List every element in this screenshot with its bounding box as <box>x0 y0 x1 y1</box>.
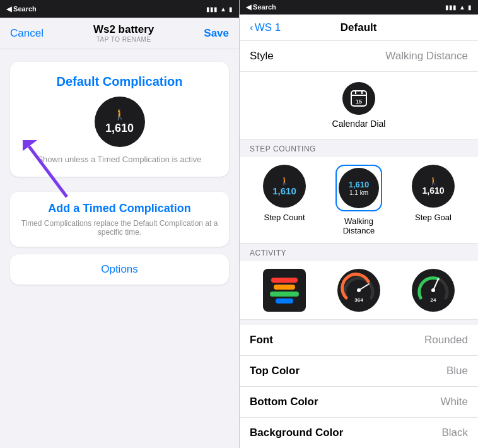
right-signal-icon: ▮▮▮ <box>445 4 457 11</box>
svg-point-13 <box>431 288 435 292</box>
complication-number: 1,610 <box>105 122 134 135</box>
svg-point-9 <box>357 288 361 292</box>
bottom-color-row[interactable]: Bottom Color White <box>240 387 478 418</box>
left-nav-subtitle: TAP TO RENAME <box>93 36 154 43</box>
timed-complication-title: Add a Timed Complication <box>48 202 191 215</box>
left-content: Default Complication 🚶 1,610 Shown unles… <box>0 49 239 448</box>
svg-text:24: 24 <box>431 297 436 303</box>
walking-distance-option[interactable]: 1,610 1.1 km WalkingDistance <box>324 165 393 235</box>
background-color-value: Black <box>441 427 468 439</box>
top-color-label: Top Color <box>250 365 300 377</box>
back-label: WS 1 <box>255 21 281 34</box>
activity-bars-circle <box>263 269 306 312</box>
bar-orange <box>274 285 295 290</box>
walking-number: 1,610 <box>349 180 370 189</box>
walking-selected-box: 1,610 1.1 km <box>335 165 382 211</box>
back-button[interactable]: ‹ WS 1 <box>250 21 281 34</box>
bar-blue <box>276 298 294 304</box>
step-goal-circle: 🚶 1,610 <box>412 165 455 208</box>
activity-options: 364 24 <box>240 261 478 320</box>
right-nav-title: Default <box>341 21 377 34</box>
left-status-icons: ▮▮▮ ▲ ▮ <box>206 6 233 13</box>
step-count-label: Step Count <box>264 213 305 222</box>
step-goal-number: 1,610 <box>422 186 444 196</box>
svg-text:15: 15 <box>356 98 362 105</box>
activity-gauge2-option[interactable]: 24 <box>399 269 468 312</box>
right-status-bar: ◀ Search ▮▮▮ ▲ ▮ <box>240 0 478 15</box>
left-nav-title: Ws2 battery <box>93 23 154 36</box>
step-goal-option[interactable]: 🚶 1,610 Step Goal <box>399 165 468 222</box>
step-count-circle: 🚶 1,610 <box>263 165 306 208</box>
left-panel: ◀ Search ▮▮▮ ▲ ▮ Cancel Ws2 battery TAP … <box>0 0 239 448</box>
svg-text:364: 364 <box>354 297 363 303</box>
right-battery-icon: ▮ <box>468 4 472 11</box>
walking-distance-circle: 1,610 1.1 km <box>339 168 379 208</box>
battery-icon: ▮ <box>229 6 233 13</box>
font-value: Rounded <box>424 334 468 346</box>
activity-header: ACTIVITY <box>240 244 478 261</box>
default-complication-title: Default Complication <box>56 74 182 89</box>
bottom-color-label: Bottom Color <box>250 396 318 408</box>
timed-complication-desc: Timed Complications replace the Default … <box>20 219 219 237</box>
options-label: Options <box>101 263 138 275</box>
settings-rows: Font Rounded Top Color Blue Bottom Color… <box>240 325 478 448</box>
font-row[interactable]: Font Rounded <box>240 325 478 356</box>
calendar-dial-section: 15 Calendar Dial <box>240 72 478 139</box>
left-title-group: Ws2 battery TAP TO RENAME <box>93 23 154 43</box>
activity-gauge2-circle: 24 <box>412 269 455 312</box>
wifi-icon: ▲ <box>220 6 226 13</box>
right-panel: ◀ Search ▮▮▮ ▲ ▮ ‹ WS 1 Default Style Wa… <box>239 0 478 448</box>
step-count-number: 1,610 <box>272 186 296 196</box>
bar-red <box>271 278 298 283</box>
right-wifi-icon: ▲ <box>459 4 465 11</box>
background-color-label: Background Color <box>250 427 343 439</box>
style-value: Walking Distance <box>385 50 468 62</box>
calendar-dial-circle: 15 <box>342 82 375 115</box>
calendar-dial-label: Calendar Dial <box>332 119 386 129</box>
bottom-color-value: White <box>441 396 468 408</box>
top-color-row[interactable]: Top Color Blue <box>240 356 478 387</box>
left-nav-bar: Cancel Ws2 battery TAP TO RENAME Save <box>0 18 239 49</box>
left-status-time: ◀ Search <box>6 5 37 13</box>
step-count-figure-icon: 🚶 <box>280 177 289 186</box>
right-nav-bar: ‹ WS 1 Default <box>240 15 478 41</box>
activity-gauge1-circle: 364 <box>337 269 380 312</box>
calendar-icon: 15 <box>349 89 368 108</box>
save-button[interactable]: Save <box>204 27 229 40</box>
step-count-option[interactable]: 🚶 1,610 Step Count <box>250 165 319 222</box>
activity-bars-option[interactable] <box>250 269 319 312</box>
left-status-bar: ◀ Search ▮▮▮ ▲ ▮ <box>0 0 239 18</box>
gauge1-svg: 364 <box>340 271 378 309</box>
purple-arrow-icon <box>23 140 73 203</box>
gauge2-svg: 24 <box>414 271 452 309</box>
step-goal-label: Step Goal <box>415 213 452 222</box>
walking-distance-label: WalkingDistance <box>343 216 375 235</box>
chevron-left-icon: ‹ <box>250 21 254 34</box>
activity-gauge1-option[interactable]: 364 <box>324 269 393 312</box>
step-goal-figure-icon: 🚶 <box>429 177 438 186</box>
font-label: Font <box>250 334 273 346</box>
signal-icon: ▮▮▮ <box>206 6 218 13</box>
cancel-button[interactable]: Cancel <box>10 27 44 40</box>
style-label: Style <box>250 50 274 62</box>
background-color-row[interactable]: Background Color Black <box>240 418 478 448</box>
top-color-value: Blue <box>446 365 468 377</box>
complication-circle: 🚶 1,610 <box>95 97 145 147</box>
walking-dist-value: 1.1 km <box>349 189 368 196</box>
right-status-icons: ▮▮▮ ▲ ▮ <box>445 4 472 11</box>
figure-icon: 🚶 <box>114 109 126 121</box>
options-button[interactable]: Options <box>10 254 229 285</box>
step-counting-header: STEP COUNTING <box>240 139 478 157</box>
step-counting-options: 🚶 1,610 Step Count 1,610 1.1 km WalkingD… <box>240 157 478 244</box>
svg-line-1 <box>29 146 67 197</box>
bar-green <box>270 292 300 297</box>
style-row[interactable]: Style Walking Distance <box>240 41 478 72</box>
right-status-search: ◀ Search <box>246 3 276 11</box>
